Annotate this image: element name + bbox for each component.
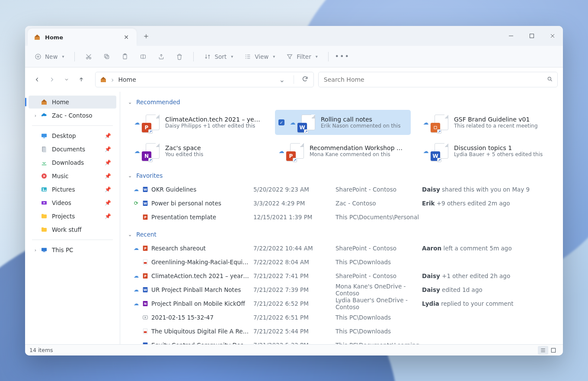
file-activity: Lydia replied to your comment (422, 300, 555, 307)
file-row[interactable]: ☁ P Research shareout 7/22/2022 10:44 AM… (131, 241, 555, 255)
sidebar-item-this-pc[interactable]: ›This PC (29, 243, 116, 256)
view-button[interactable]: View▾ (240, 49, 279, 64)
file-row[interactable]: Greenlining-Making-Racial-Equity-Rea... … (131, 255, 555, 269)
sidebar-item-music[interactable]: Music📌 (29, 170, 116, 182)
thispc-icon (41, 247, 48, 253)
file-name: ClimateAction.tech 2021 – year in review (151, 272, 253, 279)
share-button[interactable] (153, 49, 169, 64)
search-input[interactable] (323, 76, 543, 83)
rename-button[interactable] (135, 49, 151, 64)
sidebar-item-work-stuff[interactable]: Work stuff (29, 223, 116, 236)
sidebar-item-downloads[interactable]: Downloads📌 (29, 156, 116, 169)
section-favorites-header[interactable]: ⌄ Favorites (123, 168, 555, 182)
delete-button[interactable] (172, 49, 187, 64)
sidebar-item-desktop[interactable]: Desktop📌 (29, 129, 116, 142)
file-date: 7/21/2022 7:39 PM (253, 286, 336, 293)
file-row[interactable]: 2021-02-15 15-32-47 7/21/2022 6:51 PM Th… (131, 311, 555, 324)
file-row[interactable]: ☁ N Project Pinball on Mobile KickOff 7/… (131, 297, 555, 311)
svg-rect-13 (43, 147, 46, 152)
file-row[interactable]: W Equity Centred Community Design 7/21/2… (131, 338, 555, 344)
file-thumb: P↗ (144, 114, 161, 131)
sidebar-item-label: Videos (52, 199, 71, 206)
cloud-icon: ☁ (290, 119, 296, 126)
minimize-button[interactable] (501, 26, 521, 46)
sort-button[interactable]: Sort▾ (200, 49, 237, 64)
nav-forward-button[interactable] (45, 73, 59, 86)
file-row[interactable]: ☁ P ClimateAction.tech 2021 – year in re… (131, 269, 555, 283)
file-location: This PC\Documents\Personal (336, 214, 422, 221)
more-button[interactable]: ••• (335, 49, 350, 64)
checkbox-checked-icon[interactable]: ✓ (278, 119, 284, 125)
tab-close-icon[interactable]: ✕ (124, 34, 129, 41)
recommended-card[interactable]: ☁ P↗ Recommendation Workshop Content Mon… (275, 138, 411, 163)
cut-button[interactable] (81, 49, 96, 64)
breadcrumb-item[interactable]: Home (118, 76, 136, 83)
new-tab-button[interactable]: ＋ (137, 26, 156, 46)
pictures-icon (41, 186, 48, 193)
word-file-icon: W (142, 186, 149, 193)
file-row[interactable]: ☁ W UR Project Pinball March Notes 7/21/… (131, 283, 555, 297)
recommended-card[interactable]: ☁ ↗ GSF Brand Guideline v01 This related… (419, 110, 555, 135)
address-dropdown-icon[interactable]: ⌄ (277, 74, 286, 86)
recommended-card[interactable]: ☁ W↗ Discussion topics 1 Lydia Bauer + 5… (419, 138, 555, 163)
file-name: UR Project Pinball March Notes (151, 286, 253, 293)
address-bar[interactable]: › Home ⌄ (95, 72, 314, 87)
svg-text:P: P (144, 274, 147, 278)
refresh-button[interactable] (301, 74, 309, 86)
recommended-card[interactable]: ☁ N↗ Zac's space You edited this (131, 138, 266, 163)
recommended-card[interactable]: ✓☁ W↗ Rolling call notes Erik Nason comm… (275, 110, 411, 135)
filter-button[interactable]: Filter▾ (282, 49, 322, 64)
copy-button[interactable] (99, 49, 115, 64)
nav-recent-button[interactable] (60, 73, 74, 86)
file-row[interactable]: ☁ W OKR Guidelines 5/20/2022 9:23 AM Sha… (131, 182, 555, 196)
folder-icon (41, 213, 48, 220)
file-row[interactable]: The Ubiquitous Digital File A Review o..… (131, 324, 555, 338)
sidebar-item-label: Work stuff (52, 226, 82, 233)
pin-icon: 📌 (105, 146, 111, 152)
view-details-button[interactable] (538, 346, 548, 355)
file-row[interactable]: P Presentation template 12/15/2021 1:39 … (131, 210, 555, 224)
sidebar-item-videos[interactable]: Videos📌 (29, 196, 116, 209)
paste-button[interactable] (117, 49, 133, 64)
sidebar-item-projects[interactable]: Projects📌 (29, 210, 116, 223)
file-name: Discussion topics 1 (454, 144, 550, 151)
file-name: Power bi personal notes (151, 200, 253, 207)
downloads-icon (41, 159, 48, 166)
view-label: View (255, 53, 268, 60)
svg-text:W: W (144, 188, 147, 192)
address-row: › Home ⌄ (25, 67, 563, 92)
sidebar-item-label: Pictures (52, 186, 75, 193)
sidebar-item-pictures[interactable]: Pictures📌 (29, 183, 116, 196)
maximize-button[interactable] (521, 26, 542, 46)
view-large-button[interactable] (548, 346, 559, 355)
sidebar-item-documents[interactable]: Documents📌 (29, 143, 116, 156)
close-button[interactable] (542, 26, 563, 46)
pin-icon: 📌 (105, 213, 111, 219)
sidebar-item-home[interactable]: Home (29, 96, 116, 109)
file-subtitle: Daisy Philipps +1 other edited this (165, 123, 261, 129)
pin-icon: 📌 (105, 200, 111, 206)
new-button[interactable]: New ▾ (30, 49, 68, 64)
search-box[interactable] (318, 72, 558, 87)
vid-file-icon (142, 314, 149, 321)
file-subtitle: Mona Kane commented on this (310, 151, 406, 157)
toolbar: New ▾ Sort▾ View▾ Filter▾ ••• (25, 46, 563, 67)
file-name: Recommendation Workshop Content (310, 144, 406, 151)
titlebar: Home ✕ ＋ (25, 26, 563, 46)
svg-rect-10 (42, 134, 47, 137)
nav-back-button[interactable] (30, 73, 44, 86)
section-recent-header[interactable]: ⌄ Recent (123, 227, 555, 240)
recommended-card[interactable]: ☁ P↗ ClimateAction.tech 2021 – year in..… (131, 110, 266, 135)
tab-title: Home (45, 34, 63, 41)
svg-rect-4 (106, 55, 109, 58)
section-recommended-header[interactable]: ⌄ Recommended (123, 94, 555, 108)
chevron-right-icon: › (32, 113, 39, 118)
file-row[interactable]: ⟳ W Power bi personal notes 3/3/2022 4:2… (131, 196, 555, 210)
documents-icon (41, 146, 48, 153)
tab-home[interactable]: Home ✕ (28, 29, 137, 46)
file-location: This PC\Downloads (336, 314, 422, 321)
nav-up-button[interactable] (74, 73, 88, 86)
new-label: New (45, 53, 58, 60)
pin-icon: 📌 (105, 160, 111, 166)
sidebar-item-zac-contoso[interactable]: ›Zac - Contoso (29, 109, 116, 122)
